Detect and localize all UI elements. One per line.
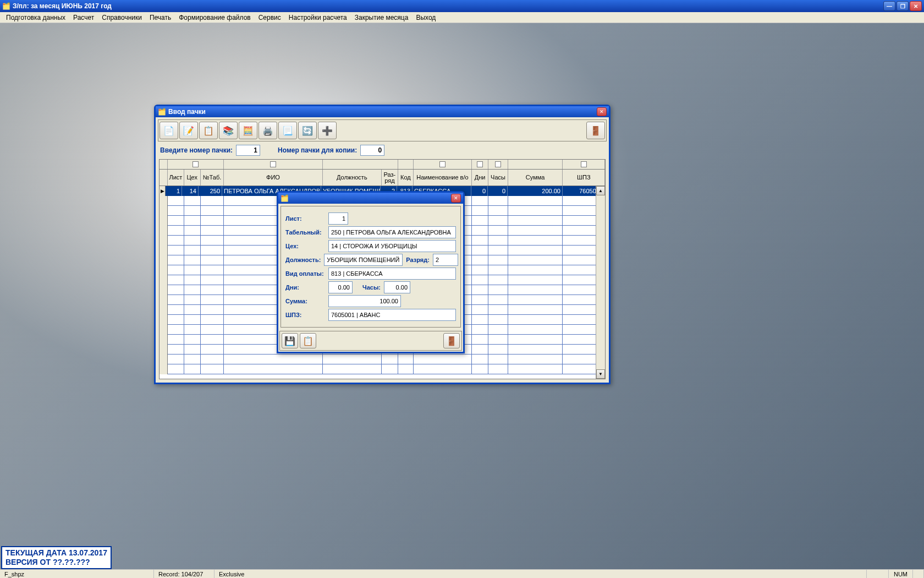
status-box: ТЕКУЩАЯ ДАТА 13.07.2017 ВЕРСИЯ ОТ ??.??.… [1, 546, 112, 569]
menu-item[interactable]: Формирование файлов [175, 14, 254, 21]
col-checkbox[interactable] [270, 161, 276, 167]
col-checkbox[interactable] [495, 161, 501, 167]
col-kod[interactable]: Код [398, 170, 414, 186]
pack-window-titlebar[interactable]: 🗂️ Ввод пачки ✕ [156, 106, 609, 117]
window-icon: 🗂️ [158, 108, 166, 116]
col-fio[interactable]: ФИО [224, 170, 322, 186]
razr-label: Разряд: [406, 257, 430, 263]
col-checkbox[interactable] [439, 161, 446, 167]
ceh-label: Цех: [285, 243, 325, 249]
dialog-close[interactable]: ✕ [451, 194, 461, 203]
menu-item[interactable]: Сервис [255, 14, 285, 21]
enter-pack-label: Введите номер пачки: [160, 146, 233, 154]
grid-scrollbar[interactable]: ▲ ▼ [596, 186, 605, 379]
current-date: ТЕКУЩАЯ ДАТА 13.07.2017 [6, 548, 107, 558]
main-titlebar: 🗂️ З/пл: за месяц ИЮНЬ 2017 год — ❐ ✕ [0, 0, 924, 12]
razr-input[interactable] [433, 254, 458, 266]
col-dolzh[interactable]: Должность [323, 170, 382, 186]
menu-item[interactable]: Подготовка данных [2, 14, 69, 21]
col-ceh[interactable]: Цех [184, 170, 201, 186]
pack-inputs: Введите номер пачки: Номер пачки для коп… [156, 144, 609, 159]
col-list[interactable]: Лист [168, 170, 184, 186]
scroll-up-icon[interactable]: ▲ [596, 186, 605, 195]
vid-label: Вид оплаты: [285, 270, 325, 277]
pack-window-title: Ввод пачки [168, 108, 595, 116]
menu-item[interactable]: Печать [146, 14, 175, 21]
pack-window-close[interactable]: ✕ [597, 107, 607, 116]
add-icon[interactable]: ➕ [318, 122, 337, 139]
paste-icon[interactable]: 📋 [199, 122, 218, 139]
menu-item[interactable]: Настройки расчета [285, 14, 351, 21]
add-doc-icon[interactable]: 📄 [160, 122, 178, 139]
vid-input[interactable] [328, 268, 456, 280]
pack-toolbar: 📄 📝 📋 📚 🧮 🖨️ 📃 🔄 ➕ 🚪 [158, 119, 607, 141]
dni-input[interactable] [328, 281, 353, 293]
minimize-button[interactable]: — [883, 1, 895, 11]
dialog-body: Лист: Табельный: Цех: Должность: Разряд:… [280, 206, 461, 328]
edit-dialog: 🗂️ ✕ Лист: Табельный: Цех: Должность: Ра… [277, 191, 465, 353]
edit-dialog-titlebar[interactable]: 🗂️ ✕ [278, 193, 463, 204]
chasy-label: Часы: [362, 284, 381, 291]
summa-label: Сумма: [285, 298, 325, 304]
col-dni[interactable]: Дни [472, 170, 488, 186]
status-blank [867, 570, 889, 578]
status-field: F_shpz [0, 570, 154, 578]
col-tab[interactable]: №Таб. [201, 170, 224, 186]
menu-item[interactable]: Справочники [98, 14, 146, 21]
col-razr[interactable]: Раз-ряд [382, 170, 398, 186]
list-label: Лист: [285, 215, 325, 222]
status-blank2 [913, 570, 924, 578]
menubar: Подготовка данных Расчет Справочники Печ… [0, 12, 924, 23]
col-checkbox[interactable] [581, 161, 587, 167]
maximize-button[interactable]: ❐ [897, 1, 909, 11]
menu-item[interactable]: Расчет [69, 14, 98, 21]
version: ВЕРСИЯ ОТ ??.??.??? [6, 558, 107, 567]
col-summa[interactable]: Сумма [508, 170, 563, 186]
chasy-input[interactable] [384, 281, 410, 293]
tab-label: Табельный: [285, 229, 325, 236]
scroll-down-icon[interactable]: ▼ [596, 369, 605, 379]
status-num: NUM [889, 570, 913, 578]
edit-doc-icon[interactable]: 📝 [179, 122, 198, 139]
app-title: З/пл: за месяц ИЮНЬ 2017 год [13, 2, 112, 10]
book-icon[interactable]: 📚 [219, 122, 238, 139]
menu-item[interactable]: Закрытие месяца [351, 14, 413, 21]
status-bar: F_shpz Record: 104/207 Exclusive NUM [0, 569, 924, 578]
col-chasy[interactable]: Часы [488, 170, 508, 186]
tab-input[interactable] [328, 226, 456, 238]
col-checkbox[interactable] [193, 161, 199, 167]
dialog-toolbar: 💾 📋 🚪 [279, 331, 462, 351]
dni-label: Дни: [285, 284, 325, 291]
col-checkbox[interactable] [477, 161, 483, 167]
summa-input[interactable] [328, 295, 401, 307]
list-input[interactable] [328, 212, 348, 225]
ceh-input[interactable] [328, 240, 456, 252]
copy-no-input[interactable] [360, 145, 384, 156]
app-icon: 🗂️ [2, 2, 10, 10]
page-icon[interactable]: 📃 [278, 122, 297, 139]
print-icon[interactable]: 🖨️ [258, 122, 277, 139]
dolzh-input[interactable] [324, 254, 403, 266]
status-mode: Exclusive [215, 570, 867, 578]
dolzh-label: Должность: [285, 257, 321, 263]
shpz-label: ШПЗ: [285, 312, 325, 318]
paste-icon[interactable]: 📋 [300, 333, 316, 348]
pack-no-input[interactable] [236, 145, 260, 156]
shpz-input[interactable] [328, 309, 456, 321]
calc-icon[interactable]: 🧮 [239, 122, 257, 139]
close-button[interactable]: ✕ [910, 1, 922, 11]
exit-icon[interactable]: 🚪 [443, 333, 460, 348]
menu-item[interactable]: Выход [412, 14, 439, 21]
row-marker[interactable]: ▶ [160, 186, 166, 196]
dialog-icon: 🗂️ [280, 194, 289, 202]
status-record: Record: 104/207 [154, 570, 215, 578]
save-icon[interactable]: 💾 [282, 333, 298, 348]
copy-pack-label: Номер пачки для копии: [278, 146, 357, 154]
col-shpz[interactable]: ШПЗ [563, 170, 605, 186]
refresh-icon[interactable]: 🔄 [298, 122, 317, 139]
col-naim[interactable]: Наименование в/о [414, 170, 472, 186]
exit-icon[interactable]: 🚪 [586, 122, 605, 139]
